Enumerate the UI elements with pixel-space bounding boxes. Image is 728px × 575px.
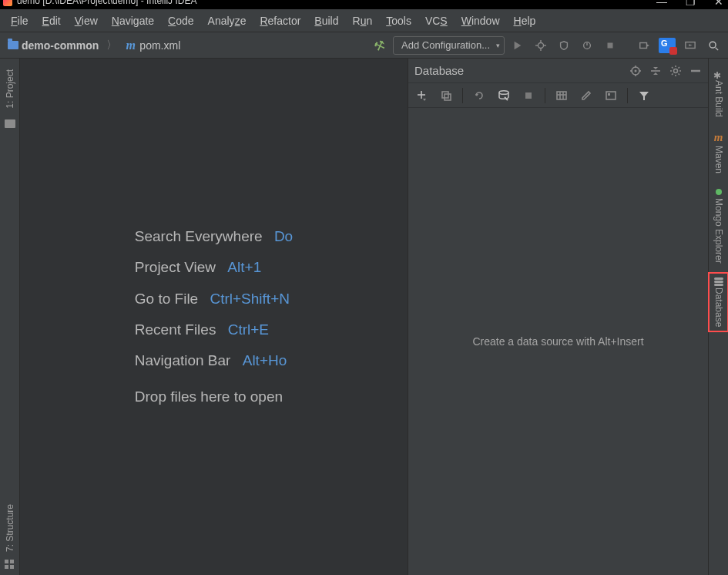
svg-point-13 (710, 42, 716, 48)
editor-tips: Search Everywhere Do Project View Alt+1 … (135, 217, 293, 416)
svg-marker-23 (653, 72, 658, 75)
svg-point-40 (499, 90, 508, 94)
breadcrumb-label: pom.xml (139, 39, 180, 52)
menu-build[interactable]: Build (308, 12, 344, 30)
screen-icon[interactable] (680, 35, 700, 55)
svg-marker-10 (647, 44, 650, 47)
tool-tab-database[interactable]: Database (709, 273, 728, 331)
svg-rect-41 (525, 92, 532, 99)
breadcrumb-item-demo-common[interactable]: demo-common (5, 38, 102, 53)
navigation-toolbar: demo-common 〉 m pom.xml ⚒ Add Configurat… (0, 32, 728, 59)
tool-tab-ant-build[interactable]: Ant Build (709, 63, 728, 122)
tip-navbar-shortcut: Alt+Ho (243, 352, 287, 368)
stop-icon[interactable] (600, 35, 620, 55)
folder-icon (8, 41, 18, 49)
table-icon[interactable] (553, 87, 570, 104)
svg-marker-36 (423, 99, 426, 101)
refresh-icon[interactable] (471, 87, 488, 104)
debug-icon[interactable] (531, 35, 551, 55)
svg-marker-48 (639, 92, 649, 100)
svg-point-16 (635, 69, 637, 72)
gear-icon[interactable] (669, 65, 682, 77)
translate-icon[interactable] (657, 35, 677, 55)
chevron-right-icon: 〉 (105, 39, 119, 52)
svg-marker-12 (689, 44, 692, 46)
tool-tab-project[interactable]: 1: Project (5, 66, 15, 112)
menu-vcs[interactable]: VCS (419, 12, 454, 30)
svg-rect-38 (445, 94, 451, 100)
menu-tools[interactable]: Tools (380, 12, 418, 30)
tip-recent-shortcut: Ctrl+E (228, 321, 269, 338)
window-maximize-button[interactable]: ❐ (686, 0, 696, 8)
tip-recent-label: Recent Files (135, 321, 216, 338)
coverage-icon[interactable] (554, 35, 574, 55)
svg-point-1 (538, 42, 544, 48)
structure-icon (5, 560, 15, 570)
menu-refactor[interactable]: Refactor (253, 12, 307, 30)
tool-tab-structure[interactable]: 7: Structure (5, 501, 15, 555)
tip-project-label: Project View (135, 259, 216, 275)
folder-icon (5, 119, 15, 128)
svg-rect-37 (442, 92, 448, 98)
window-close-button[interactable]: ✕ (714, 0, 723, 8)
database-toolbar (408, 83, 708, 108)
build-icon[interactable]: ⚒ (367, 32, 392, 58)
copy-icon[interactable] (438, 87, 455, 104)
menu-help[interactable]: Help (508, 12, 542, 30)
vcs-update-icon[interactable] (634, 35, 654, 55)
tip-navbar-label: Navigation Bar (135, 352, 231, 368)
svg-rect-9 (640, 42, 647, 48)
filter-icon[interactable] (636, 87, 653, 104)
breadcrumb-item-pom[interactable]: m pom.xml (122, 38, 183, 53)
svg-marker-0 (515, 41, 522, 49)
left-tool-strip: 1: Project 7: Structure (0, 59, 20, 575)
tool-tab-label: Mongo Explorer (713, 198, 724, 264)
database-tool-window: Database (408, 59, 708, 575)
svg-line-32 (679, 67, 680, 69)
stop-icon[interactable] (520, 87, 537, 104)
edit-icon[interactable] (578, 87, 595, 104)
menu-code[interactable]: Code (162, 12, 200, 30)
run-configuration-dropdown[interactable]: Add Configuration... (393, 36, 505, 55)
database-icon (714, 277, 723, 286)
window-minimize-button[interactable]: — (656, 0, 667, 8)
tool-tab-maven[interactable]: m Maven (709, 126, 728, 178)
collapse-icon[interactable] (649, 65, 662, 77)
menu-view[interactable]: View (69, 12, 104, 30)
toolbar-separator (545, 88, 545, 103)
menu-edit[interactable]: Edit (36, 12, 67, 30)
tool-tab-mongo-explorer[interactable]: Mongo Explorer (709, 183, 728, 268)
hide-icon[interactable] (689, 65, 702, 77)
menu-window[interactable]: Window (455, 12, 506, 30)
properties-icon[interactable] (495, 87, 512, 104)
menu-navigate[interactable]: Navigate (106, 12, 160, 30)
run-icon[interactable] (508, 35, 528, 55)
menu-run[interactable]: Run (347, 12, 379, 30)
svg-rect-8 (608, 42, 613, 48)
database-body[interactable]: Create a data source with Alt+Insert (408, 108, 708, 575)
mongo-icon (716, 189, 722, 195)
tip-search-label: Search Everywhere (135, 228, 263, 244)
add-icon[interactable] (413, 87, 430, 104)
svg-line-30 (679, 73, 680, 75)
main-area: 1: Project 7: Structure Search Everywher… (0, 59, 728, 575)
database-hint: Create a data source with Alt+Insert (472, 335, 643, 348)
tip-drop-label: Drop files here to open (135, 388, 283, 405)
locate-icon[interactable] (629, 65, 642, 77)
search-icon[interactable] (703, 35, 723, 55)
svg-marker-22 (653, 67, 658, 69)
console-icon[interactable] (602, 87, 619, 104)
breadcrumb-label: demo-common (22, 39, 99, 52)
tool-tab-label: Maven (713, 146, 724, 173)
breadcrumb: demo-common 〉 m pom.xml (5, 38, 365, 53)
profile-icon[interactable] (577, 35, 597, 55)
menu-file[interactable]: File (5, 12, 35, 30)
svg-rect-47 (608, 93, 610, 96)
svg-rect-46 (606, 92, 616, 99)
database-title: Database (414, 64, 464, 77)
editor-empty-area[interactable]: Search Everywhere Do Project View Alt+1 … (20, 59, 408, 575)
tip-gotofile-label: Go to File (135, 291, 198, 307)
window-titlebar: demo [D:\IDEA\Project\demo] - IntelliJ I… (0, 0, 728, 9)
run-toolbar: ⚒ Add Configuration... (370, 35, 723, 55)
menu-analyze[interactable]: Analyze (202, 12, 253, 30)
